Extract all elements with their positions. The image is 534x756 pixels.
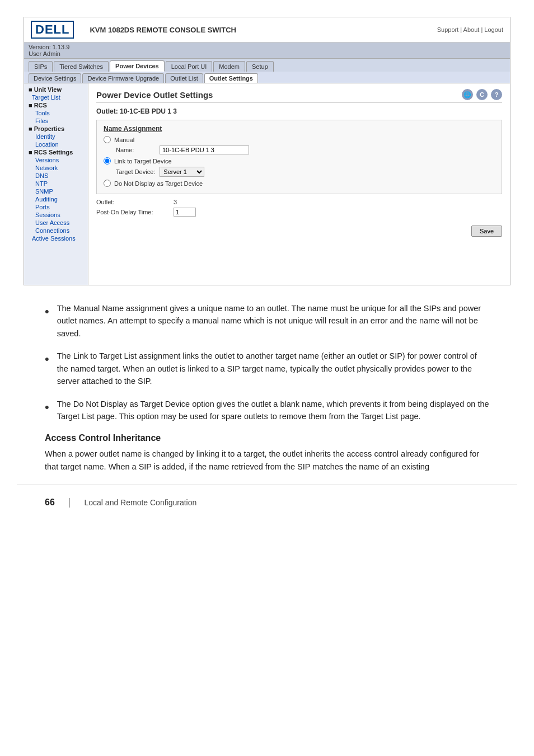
footer-text: Local and Remote Configuration bbox=[84, 498, 196, 507]
page-footer: 66 | Local and Remote Configuration bbox=[17, 485, 517, 525]
access-control-heading: Access Control Inheritance bbox=[45, 433, 489, 443]
logout-link[interactable]: Logout bbox=[484, 26, 503, 33]
sidebar-item-auditing[interactable]: Auditing bbox=[24, 195, 88, 203]
page-number: 66 bbox=[45, 497, 55, 508]
sidebar-item-sessions[interactable]: Sessions bbox=[24, 211, 88, 219]
name-assignment-title: Name Assignment bbox=[104, 125, 495, 133]
name-input[interactable] bbox=[160, 145, 249, 154]
sub-tab-row: Device Settings Device Firmware Upgrade … bbox=[24, 72, 510, 83]
tab-sips[interactable]: SIPs bbox=[29, 61, 53, 72]
sidebar-item-target-list[interactable]: Target List bbox=[24, 93, 88, 101]
sidebar-item-rcs[interactable]: ■ RCS bbox=[24, 101, 88, 109]
square-icon-4: ■ bbox=[29, 149, 32, 156]
sidebar-item-connections[interactable]: Connections bbox=[24, 227, 88, 234]
bullet-text-1: The Manual Name assignment gives a uniqu… bbox=[57, 302, 489, 340]
title-icons: 🌐 C ? bbox=[462, 89, 502, 100]
refresh-icon[interactable]: C bbox=[476, 89, 488, 100]
tab-local-port-ui[interactable]: Local Port UI bbox=[166, 61, 213, 72]
subtab-outlet-list[interactable]: Outlet List bbox=[165, 73, 203, 83]
sidebar: ■ Unit View Target List ■ RCS Tools File… bbox=[24, 83, 88, 285]
target-device-label: Target Device: bbox=[116, 168, 155, 175]
support-link[interactable]: Support bbox=[437, 26, 459, 33]
content-panel: Power Device Outlet Settings 🌐 C ? Outle… bbox=[88, 83, 510, 285]
tab-setup[interactable]: Setup bbox=[246, 61, 274, 72]
dell-logo: DELL bbox=[31, 21, 74, 39]
radio-donot[interactable] bbox=[104, 180, 111, 187]
square-icon: ■ bbox=[29, 86, 32, 93]
tab-power-devices[interactable]: Power Devices bbox=[110, 60, 165, 72]
bullet-dot-1: • bbox=[45, 303, 49, 321]
outlet-info-row: Outlet: 3 bbox=[96, 199, 502, 205]
settings-box: Name Assignment Manual Name: Link to Tar… bbox=[96, 120, 502, 194]
subtab-device-settings[interactable]: Device Settings bbox=[29, 73, 81, 83]
bullet-item-1: • The Manual Name assignment gives a uni… bbox=[45, 302, 489, 340]
radio-link[interactable] bbox=[104, 157, 111, 165]
globe-icon[interactable]: 🌐 bbox=[462, 89, 473, 100]
radio-manual-label: Manual bbox=[114, 137, 134, 143]
sidebar-item-dns[interactable]: DNS bbox=[24, 172, 88, 180]
square-icon-2: ■ bbox=[29, 102, 32, 109]
top-nav-area: Version: 1.13.9 User Admin SIPs Tiered S… bbox=[24, 43, 510, 83]
bullet-section: • The Manual Name assignment gives a uni… bbox=[17, 302, 517, 423]
bullet-item-3: • The Do Not Display as Target Device op… bbox=[45, 398, 489, 423]
sidebar-item-ntp[interactable]: NTP bbox=[24, 180, 88, 187]
radio-manual[interactable] bbox=[104, 136, 111, 143]
footer-separator: | bbox=[68, 496, 71, 508]
sidebar-item-user-access[interactable]: User Access bbox=[24, 219, 88, 227]
name-field-label: Name: bbox=[116, 147, 155, 153]
radio-donot-label: Do Not Display as Target Device bbox=[114, 180, 203, 187]
sidebar-item-location[interactable]: Location bbox=[24, 140, 88, 148]
sidebar-item-active-sessions[interactable]: Active Sessions bbox=[24, 234, 88, 242]
header-links: Support | About | Logout bbox=[437, 26, 503, 33]
sidebar-item-identity[interactable]: Identity bbox=[24, 133, 88, 140]
sidebar-item-files[interactable]: Files bbox=[24, 117, 88, 125]
ui-screenshot: DELL KVM 1082DS REMOTE CONSOLE SWITCH Su… bbox=[24, 17, 510, 285]
outlet-info-value: 3 bbox=[174, 199, 177, 205]
radio-donot-row: Do Not Display as Target Device bbox=[104, 180, 495, 187]
sidebar-item-versions[interactable]: Versions bbox=[24, 156, 88, 164]
user-label: User Admin bbox=[29, 50, 60, 57]
bullet-item-2: • The Link to Target List assignment lin… bbox=[45, 350, 489, 387]
subtab-outlet-settings[interactable]: Outlet Settings bbox=[204, 73, 258, 83]
help-icon[interactable]: ? bbox=[491, 89, 502, 100]
target-device-row: Target Device: Server 1 bbox=[116, 167, 495, 177]
save-button[interactable]: Save bbox=[471, 226, 502, 237]
bullet-text-3: The Do Not Display as Target Device opti… bbox=[57, 398, 489, 423]
radio-link-label: Link to Target Device bbox=[114, 158, 172, 165]
sidebar-item-ports[interactable]: Ports bbox=[24, 203, 88, 211]
post-on-label: Post-On Delay Time: bbox=[96, 209, 169, 215]
version-label: Version: 1.13.9 bbox=[29, 44, 69, 50]
primary-tab-row: SIPs Tiered Switches Power Devices Local… bbox=[24, 59, 510, 72]
page-title: Power Device Outlet Settings bbox=[96, 90, 213, 100]
name-form-row: Name: bbox=[116, 145, 495, 154]
target-device-select[interactable]: Server 1 bbox=[160, 167, 204, 177]
sidebar-item-snmp[interactable]: SNMP bbox=[24, 187, 88, 195]
sidebar-item-network[interactable]: Network bbox=[24, 164, 88, 172]
post-on-row: Post-On Delay Time: bbox=[96, 208, 502, 217]
radio-manual-row: Manual bbox=[104, 136, 495, 143]
outlet-info-label: Outlet: bbox=[96, 199, 169, 205]
header-title: KVM 1082DS REMOTE CONSOLE SWITCH bbox=[90, 26, 236, 34]
sidebar-item-rcs-settings[interactable]: ■ RCS Settings bbox=[24, 148, 88, 156]
tab-tiered-switches[interactable]: Tiered Switches bbox=[54, 61, 109, 72]
sidebar-item-properties[interactable]: ■ Properties bbox=[24, 125, 88, 133]
main-area: ■ Unit View Target List ■ RCS Tools File… bbox=[24, 83, 510, 285]
subtab-device-firmware[interactable]: Device Firmware Upgrade bbox=[82, 73, 164, 83]
about-link[interactable]: About bbox=[463, 26, 480, 33]
outlet-label: Outlet: 10-1C-EB PDU 1 3 bbox=[96, 107, 502, 115]
version-bar: Version: 1.13.9 User Admin bbox=[24, 43, 510, 59]
sidebar-item-unit-view[interactable]: ■ Unit View bbox=[24, 86, 88, 93]
bullet-dot-2: • bbox=[45, 351, 49, 368]
body-text: When a power outlet name is changed by l… bbox=[17, 448, 517, 473]
sidebar-item-tools[interactable]: Tools bbox=[24, 109, 88, 117]
radio-link-row: Link to Target Device bbox=[104, 157, 495, 165]
content-title: Power Device Outlet Settings 🌐 C ? bbox=[96, 89, 502, 103]
square-icon-3: ■ bbox=[29, 125, 32, 132]
bullet-dot-3: • bbox=[45, 399, 49, 416]
section-heading: Access Control Inheritance bbox=[17, 433, 517, 443]
page: DELL KVM 1082DS REMOTE CONSOLE SWITCH Su… bbox=[0, 0, 534, 525]
bullet-text-2: The Link to Target List assignment links… bbox=[57, 350, 489, 387]
tab-modem[interactable]: Modem bbox=[213, 61, 245, 72]
post-on-input[interactable] bbox=[174, 208, 196, 217]
header-bar: DELL KVM 1082DS REMOTE CONSOLE SWITCH Su… bbox=[24, 17, 510, 43]
